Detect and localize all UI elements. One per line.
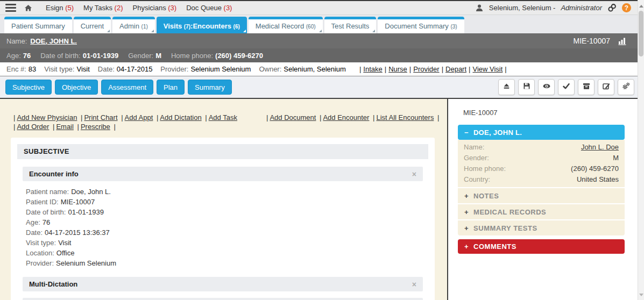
link-email[interactable]: Email [56,123,74,131]
owner-field: Owner:Selenium, Selenium [259,65,346,73]
patient-name-link[interactable]: DOE, JOHN L. [30,37,77,45]
assessment-button[interactable]: Assessment [101,80,153,95]
home-icon[interactable] [24,4,33,12]
encounter-stage-links: |Intake |Nurse |Provider |Depart |View V… [357,65,509,73]
nav-my-tasks[interactable]: My Tasks (2) [83,4,123,12]
sidebar-gender-row: Gender: M [458,152,625,163]
main-region: |Add New Physician |Print Chart |Add App… [0,99,644,300]
eject-icon [502,82,511,92]
eject-button[interactable] [498,79,515,95]
link-print-chart[interactable]: Print Chart [84,113,117,122]
tab-medical-record[interactable]: Medical Record (60) [249,17,323,33]
sign-off-button[interactable] [558,79,575,95]
top-utility-bar: Esign (5) My Tasks (2) Physicians (3) Do… [0,0,644,15]
user-name: Selenium, Selenium - [489,4,556,12]
tab-patient-summary[interactable]: Patient Summary [4,17,72,33]
visit-type-field: Visit type:Visit [44,65,89,73]
eye-icon [542,82,551,92]
nav-esign[interactable]: Esign (5) [46,4,74,12]
nav-esign-count: (5) [65,4,74,12]
sidebar-country-row: Country: United States [458,174,625,184]
top-nav: Esign (5) My Tasks (2) Physicians (3) Do… [46,4,232,12]
tab-current[interactable]: Current [74,17,111,33]
tab-test-results[interactable]: Test Results [324,17,377,33]
link-nurse[interactable]: Nurse [388,65,407,73]
tab-admin[interactable]: Admin (1) [112,17,155,33]
scrollbar-up-icon[interactable] [639,3,643,8]
plus-icon: + [464,208,469,216]
info-line: Provider:Selenium Selenium [26,258,420,268]
note-toolbar: Subjective Objective Assessment Plan Sum… [0,76,644,99]
summary-button[interactable]: Summary [188,80,232,95]
archive-button[interactable] [578,79,595,95]
nav-physicians[interactable]: Physicians (3) [133,4,177,12]
subjective-section-title: SUBJECTIVE [17,144,428,159]
scrollbar-thumb[interactable] [639,11,643,56]
link-list-all-encounters[interactable]: List All Encounters [376,113,434,122]
plus-icon: + [464,224,469,232]
settings-button[interactable] [618,79,634,95]
check-icon [562,82,571,92]
patient-sidebar: MIE-10007 − DOE, JOHN L. Name: John L. D… [449,99,644,300]
enc-number-field: Enc #:83 [6,65,36,73]
help-icon[interactable]: ? [622,3,631,12]
link-add-appt[interactable]: Add Appt [125,113,153,122]
link-prescribe[interactable]: Prescribe [81,123,110,131]
comments-section-toggle[interactable]: + COMMENTS [458,239,625,254]
notes-section-toggle[interactable]: + NOTES [458,188,625,203]
info-line: Patient name:Doe, John L. [26,187,420,197]
user-role: Administrator [561,4,602,12]
tab-visits-encounters[interactable]: Visits (7):Encounters (6) [157,17,247,33]
info-line: Visit type:Visit [26,238,420,248]
link-provider[interactable]: Provider [413,65,439,73]
link-add-document[interactable]: Add Document [270,113,316,122]
edit-button[interactable] [598,79,614,95]
close-icon[interactable]: × [412,280,416,289]
save-button[interactable] [518,79,535,95]
sidebar-home-phone-row: Home phone: (260) 459-6270 [458,163,625,174]
multi-dictation-panel: Multi-Dictation × [23,277,423,291]
encounter-info-header: Encounter info × [23,167,423,181]
demographics-bar: Age:76 Date of birth:01-01-1939 Gender:M… [0,48,644,62]
dropdown-corner-icon [243,30,246,32]
home-phone-field: Home phone:(260) 459-6270 [171,51,263,60]
link-intake[interactable]: Intake [363,65,382,73]
link-add-task[interactable]: Add Task [209,113,237,122]
patient-header-toggle[interactable]: − DOE, JOHN L. [458,125,625,140]
dropdown-corner-icon [107,30,110,32]
link-view-visit[interactable]: View Visit [472,65,503,73]
multi-dictation-header: Multi-Dictation × [23,277,423,291]
settings-gear-icon [621,82,631,92]
link-add-dictation[interactable]: Add Dictation [160,113,201,122]
info-line: Patient ID:MIE-10007 [26,197,420,207]
chart-graph-icon[interactable] [618,37,628,45]
link-add-new-physician[interactable]: Add New Physician [17,113,77,122]
nav-doc-queue-count: (3) [224,4,232,12]
scrollbar-down-icon[interactable] [639,294,643,298]
sidebar-chart-id: MIE-10007 [463,109,644,117]
link-chain-icon[interactable] [607,3,617,12]
menu-icon[interactable] [5,4,16,12]
medical-records-section-toggle[interactable]: + MEDICAL RECORDS [458,204,625,219]
tab-document-summary[interactable]: Document Summary (3) [378,17,464,33]
objective-button[interactable]: Objective [55,80,98,95]
dropdown-corner-icon [372,30,375,32]
link-depart[interactable]: Depart [445,65,466,73]
encounter-info-body: Patient name:Doe, John L. Patient ID:MIE… [23,181,423,276]
subjective-button[interactable]: Subjective [5,80,52,95]
page-scrollbar[interactable] [638,0,644,300]
patient-name-link[interactable]: John L. Doe [581,143,619,151]
preview-button[interactable] [538,79,555,95]
link-add-order[interactable]: Add Order [17,123,49,131]
save-floppy-icon [522,82,531,92]
close-icon[interactable]: × [412,170,416,178]
edit-pencil-icon [601,82,611,92]
plus-icon: + [464,242,469,251]
nav-doc-queue[interactable]: Doc Queue (3) [186,4,232,12]
patient-header-label: DOE, JOHN L. [473,128,522,137]
link-add-encounter[interactable]: Add Encounter [323,113,369,122]
summary-tests-section-toggle[interactable]: + SUMMARY TESTS [458,220,625,235]
plan-button[interactable]: Plan [157,80,185,95]
date-field: Date:04-17-2015 [98,65,153,73]
note-section-buttons: Subjective Objective Assessment Plan Sum… [5,80,232,95]
